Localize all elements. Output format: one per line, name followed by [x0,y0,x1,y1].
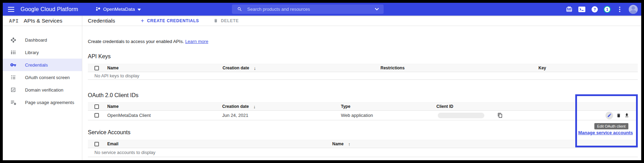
oauth-client-creation-date: Jun 24, 2021 [219,113,338,118]
select-all-checkbox[interactable] [94,142,99,146]
column-header-restrictions[interactable]: Restrictions [378,66,536,70]
free-trial-gift-icon[interactable] [565,6,573,13]
domain-verification-icon [10,87,16,93]
service-accounts-heading-row: Service Accounts Manage service accounts [88,129,638,136]
sub-header: API APIs & Services Credentials + CREATE… [3,16,641,26]
account-avatar[interactable] [629,5,638,14]
select-all-checkbox[interactable] [94,66,99,70]
gcp-console-window: Google Cloud Platform OpenMetaData Searc… [3,3,641,160]
caret-down-icon [137,7,141,12]
project-icon [95,6,101,12]
intro-text: Create credentials to access your enable… [88,39,638,44]
agreements-icon [10,99,16,105]
search-input[interactable]: Search products and resources [232,5,384,14]
page-title: Credentials [88,18,115,24]
project-name: OpenMetaData [103,7,135,12]
column-header-name[interactable]: Name [104,104,219,109]
trash-icon [214,18,218,23]
sidebar-nav: Dashboard Library Credentials OAuth cons… [3,26,82,160]
sort-desc-icon: ↓ [253,104,256,109]
oauth-client-type: Web application [338,113,434,118]
dashboard-icon [10,37,16,43]
api-keys-empty-row: No API keys to display [88,72,638,80]
project-selector[interactable]: OpenMetaData [95,6,141,12]
oauth-client-row: OpenMetaData Client Jun 24, 2021 Web app… [88,111,638,120]
column-header-email[interactable]: Email [104,141,329,146]
column-header-key[interactable]: Key [536,66,638,70]
manage-service-accounts-link[interactable]: Manage service accounts [578,130,633,135]
sidebar-item-credentials[interactable]: Credentials [3,59,82,71]
sort-desc-icon: ↓ [254,66,256,71]
consent-screen-icon [10,74,16,80]
oauth-table-header: Name Creation date ↓ Type Client ID [88,102,638,111]
top-navigation-bar: Google Cloud Platform OpenMetaData Searc… [3,3,641,16]
service-accounts-heading: Service Accounts [88,129,131,136]
learn-more-link[interactable]: Learn more [185,39,208,44]
library-icon [10,49,16,55]
sort-asc-icon: ↑ [348,141,351,147]
column-header-name[interactable]: Name ↑ [329,141,638,147]
edit-oauth-client-button[interactable] [605,112,613,119]
column-header-type[interactable]: Type [338,104,434,109]
sidebar-item-oauth-consent-screen[interactable]: OAuth consent screen [3,71,82,84]
product-title: APIs & Services [24,18,62,24]
column-header-name[interactable]: Name [104,66,220,70]
service-accounts-empty-row: No service accounts to display [88,148,638,157]
copy-icon[interactable] [497,112,503,118]
main-content: Create credentials to access your enable… [82,26,641,160]
download-oauth-client-button[interactable] [624,113,629,118]
delete-button[interactable]: DELETE [214,18,239,23]
oauth-heading: OAuth 2.0 Client IDs [88,92,638,98]
page-toolbar: Credentials + CREATE CREDENTIALS DELETE [82,16,641,26]
column-header-creation-date[interactable]: Creation date ↓ [220,66,378,71]
plus-icon: + [141,18,144,24]
row-checkbox[interactable] [94,113,99,118]
svg-text:?: ? [594,7,596,11]
client-id-redacted-value [438,113,484,118]
topbar-icon-group: ? 1 [565,3,638,16]
cloud-shell-icon[interactable] [578,6,586,13]
search-placeholder: Search products and resources [247,7,310,12]
help-icon[interactable]: ? [591,6,599,13]
search-icon [237,7,242,12]
create-credentials-button[interactable]: + CREATE CREDENTIALS [141,18,199,24]
column-header-client-id[interactable]: Client ID [434,104,593,109]
hamburger-menu-icon[interactable] [7,5,16,14]
column-header-creation-date[interactable]: Creation date ↓ [219,104,338,109]
sidebar-item-domain-verification[interactable]: Domain verification [3,84,82,96]
kebab-menu-icon[interactable] [616,6,624,13]
gcp-brand-title[interactable]: Google Cloud Platform [20,6,78,12]
product-header: API APIs & Services [3,16,82,26]
key-icon [10,62,16,68]
oauth-client-name: OpenMetaData Client [104,113,219,118]
api-keys-table-header: Name Creation date ↓ Restrictions Key [88,64,638,72]
delete-oauth-client-button[interactable] [616,113,621,118]
service-accounts-table-header: Email Name ↑ [88,140,638,148]
api-keys-heading: API Keys [88,53,638,60]
sidebar-item-page-usage-agreements[interactable]: Page usage agreements [3,96,82,109]
edit-oauth-client-tooltip: Edit OAuth client [594,123,628,129]
api-services-logo: API [9,18,19,24]
sidebar-item-dashboard[interactable]: Dashboard [3,34,82,46]
select-all-checkbox[interactable] [94,104,99,109]
chevron-down-icon[interactable] [375,8,379,11]
sidebar-item-library[interactable]: Library [3,46,82,59]
notifications-badge[interactable]: 1 [604,6,611,13]
